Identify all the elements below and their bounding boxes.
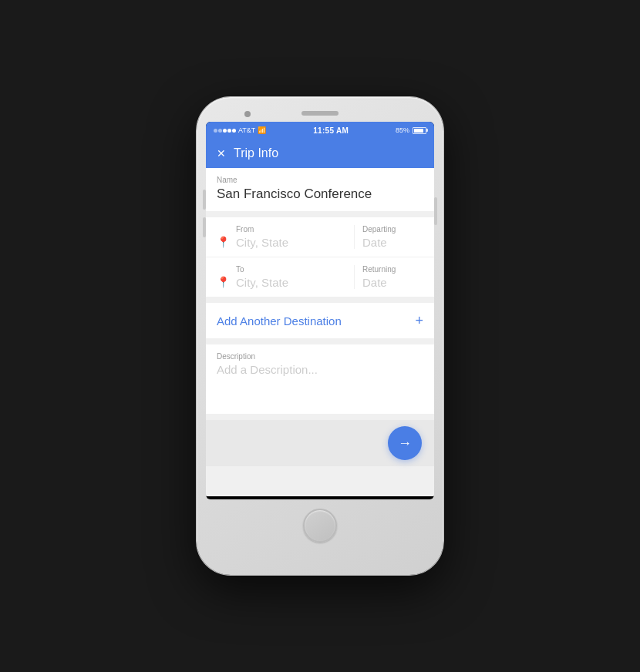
signal-dot-2 bbox=[218, 129, 222, 133]
status-time: 11:55 AM bbox=[313, 126, 349, 135]
phone-top-bar bbox=[206, 106, 434, 122]
signal-dots bbox=[214, 129, 236, 133]
to-label: To bbox=[236, 265, 288, 274]
name-section: Name San Francisco Conference bbox=[206, 168, 434, 211]
close-button[interactable]: ✕ bbox=[217, 148, 226, 159]
header-title: Trip Info bbox=[234, 146, 278, 160]
returning-label: Returning bbox=[362, 265, 396, 274]
phone-shell: AT&T 📶 11:55 AM 85% ✕ Trip Info Name San… bbox=[197, 97, 443, 575]
from-left: 📍 From City, State bbox=[217, 225, 346, 249]
from-fields: From City, State bbox=[236, 225, 288, 249]
to-left: 📍 To City, State bbox=[217, 265, 346, 289]
departing-input[interactable]: Date bbox=[362, 236, 387, 249]
description-section: Description Add a Description... bbox=[206, 344, 434, 414]
returning-input[interactable]: Date bbox=[362, 276, 387, 289]
signal-dot-1 bbox=[214, 129, 217, 133]
from-row: 📍 From City, State Departing Date bbox=[206, 217, 434, 257]
departing-label: Departing bbox=[362, 225, 396, 234]
battery-percent: 85% bbox=[396, 126, 409, 134]
wifi-icon: 📶 bbox=[258, 126, 266, 134]
volume-up-button[interactable] bbox=[203, 190, 206, 210]
to-fields: To City, State bbox=[236, 265, 288, 289]
to-input[interactable]: City, State bbox=[236, 276, 288, 289]
signal-dot-4 bbox=[227, 129, 231, 133]
name-label: Name bbox=[217, 176, 423, 184]
add-destination-button[interactable]: Add Another Destination + bbox=[206, 303, 434, 338]
name-value[interactable]: San Francisco Conference bbox=[217, 186, 423, 202]
next-button[interactable]: → bbox=[388, 426, 422, 460]
description-input[interactable]: Add a Description... bbox=[217, 363, 423, 376]
signal-dot-3 bbox=[223, 129, 227, 133]
status-left: AT&T 📶 bbox=[214, 126, 266, 134]
description-label: Description bbox=[217, 352, 423, 361]
battery-icon bbox=[413, 127, 426, 134]
to-pin-icon: 📍 bbox=[217, 276, 230, 288]
returning-fields: Returning Date bbox=[354, 265, 423, 289]
app-header: ✕ Trip Info bbox=[206, 139, 434, 168]
battery-fill bbox=[414, 129, 423, 133]
signal-dot-5 bbox=[232, 129, 236, 133]
status-bar: AT&T 📶 11:55 AM 85% bbox=[206, 122, 434, 139]
next-arrow-icon: → bbox=[398, 436, 412, 450]
phone-bottom bbox=[206, 499, 434, 549]
departing-fields: Departing Date bbox=[354, 225, 423, 249]
phone-speaker bbox=[301, 111, 339, 116]
route-section: 📍 From City, State Departing Date 📍 bbox=[206, 217, 434, 297]
volume-down-button[interactable] bbox=[203, 217, 206, 237]
to-row: 📍 To City, State Returning Date bbox=[206, 257, 434, 297]
phone-screen: AT&T 📶 11:55 AM 85% ✕ Trip Info Name San… bbox=[206, 122, 434, 499]
home-button[interactable] bbox=[303, 509, 337, 543]
screen-content: Name San Francisco Conference 📍 From Cit… bbox=[206, 168, 434, 496]
add-icon: + bbox=[415, 314, 423, 328]
front-camera bbox=[244, 111, 251, 117]
from-pin-icon: 📍 bbox=[217, 236, 230, 248]
from-label: From bbox=[236, 225, 288, 234]
footer-bar: → bbox=[206, 420, 434, 466]
carrier-name: AT&T bbox=[238, 126, 255, 134]
from-input[interactable]: City, State bbox=[236, 236, 288, 249]
status-right: 85% bbox=[396, 126, 426, 134]
add-destination-label: Add Another Destination bbox=[217, 314, 342, 328]
power-button[interactable] bbox=[434, 197, 437, 225]
